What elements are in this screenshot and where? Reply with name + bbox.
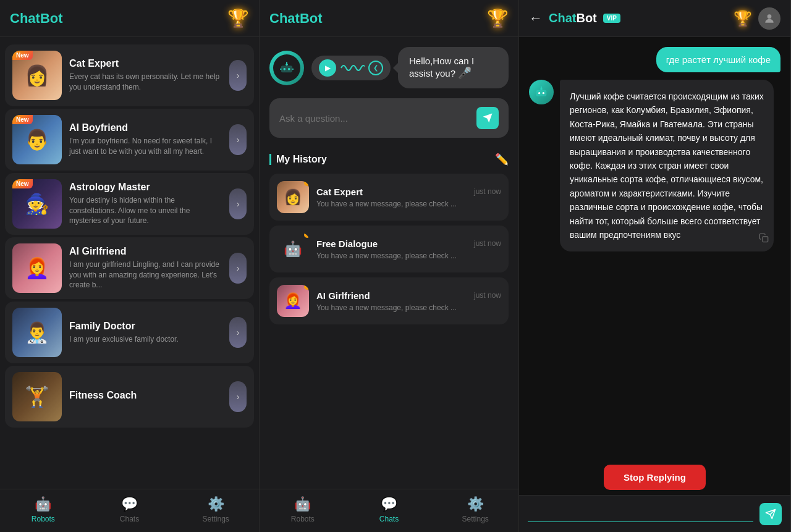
mid-nav-robots[interactable]: 🤖 Robots	[260, 496, 346, 523]
robot-desc-ai-girlfriend: I am your girlfriend Lingling, and I can…	[69, 260, 222, 290]
history-title: My History	[269, 154, 327, 165]
chat-bot-area: ▶ ❮ Hello,How can I assist you? 🎤	[260, 37, 518, 148]
robot-info-astrology-master: Astrology Master Your destiny is hidden …	[69, 182, 222, 226]
robot-arrow-fitness-coach[interactable]: ›	[229, 381, 247, 412]
voice-control[interactable]: ▶ ❮	[311, 56, 391, 80]
svg-rect-9	[763, 237, 768, 242]
robot-avatar-ai-girlfriend: 👩‍🦰	[12, 243, 62, 293]
stop-reply-area: Stop Replying	[519, 460, 790, 495]
robot-desc-astrology-master: Your destiny is hidden within the conste…	[69, 195, 222, 226]
copy-button[interactable]	[759, 233, 769, 247]
right-logo-prefix: Chat	[549, 11, 576, 25]
robot-item-ai-girlfriend[interactable]: 👩‍🦰 AI Girlfriend I am your girlfriend L…	[5, 237, 254, 299]
robot-list: 👩 New Cat Expert Every cat has its own p…	[0, 37, 259, 489]
left-nav-settings[interactable]: ⚙️ Settings	[172, 496, 259, 523]
right-vip-icon: 🏆	[734, 10, 752, 27]
user-message: где растёт лучший кофе	[529, 47, 780, 72]
history-info-cat-expert: Cat Expert just now You have a new messa…	[316, 187, 501, 208]
robot-name-ai-boyfriend: AI Boyfriend	[69, 122, 222, 133]
robot-name-fitness-coach: Fitness Coach	[69, 390, 222, 401]
history-name-row-cat-expert: Cat Expert just now	[316, 187, 501, 197]
history-preview-free-dialogue: You have a new message, please check ...	[316, 251, 501, 260]
ask-input[interactable]	[279, 113, 469, 124]
bot-bubble: Лучший кофе считается происходящим из та…	[560, 80, 774, 251]
greeting-bubble: Hello,How can I assist you? 🎤	[398, 47, 509, 88]
play-btn[interactable]: ▶	[319, 59, 336, 77]
svg-point-3	[286, 63, 288, 65]
svg-point-7	[543, 92, 544, 94]
robot-arrow-family-doctor[interactable]: ›	[229, 317, 247, 348]
robot-arrow-ai-girlfriend[interactable]: ›	[229, 253, 247, 284]
robot-info-family-doctor: Family Doctor I am your exclusive family…	[69, 321, 222, 345]
left-header: ChatBot 🏆	[0, 0, 259, 37]
robot-info-ai-girlfriend: AI Girlfriend I am your girlfriend Lingl…	[69, 246, 222, 290]
robot-name-cat-expert: Cat Expert	[69, 58, 222, 69]
message-input[interactable]	[528, 506, 753, 522]
bottom-input-area[interactable]	[519, 495, 790, 532]
back-button[interactable]: ←	[529, 11, 543, 27]
stop-reply-button[interactable]: Stop Replying	[604, 465, 706, 490]
nav-label-settings: Settings	[203, 515, 229, 523]
pause-btn[interactable]: ❮	[368, 61, 383, 75]
bot-avatar-sm	[529, 80, 554, 104]
ask-input-area[interactable]	[269, 98, 509, 138]
robot-item-fitness-coach[interactable]: 🏋️ Fitness Coach ›	[5, 366, 254, 428]
history-section: My History ✏️ 👩 Cat Expert just now You …	[260, 148, 518, 489]
right-logo: ChatBot	[549, 11, 597, 25]
right-send-button[interactable]	[759, 503, 782, 525]
history-info-ai-girlfriend: AI Girlfriend just now You have a new me…	[316, 290, 501, 312]
left-panel: ChatBot 🏆 👩 New Cat Expert Every cat has…	[0, 0, 260, 532]
history-dot-ai-girlfriend	[304, 285, 309, 290]
user-avatar	[758, 7, 780, 30]
history-avatar-cat-expert: 👩	[277, 181, 309, 213]
mid-nav-settings[interactable]: ⚙️ Settings	[432, 496, 518, 523]
robot-item-astrology-master[interactable]: 🧙 New Astrology Master Your destiny is h…	[5, 173, 254, 235]
right-header: ← ChatBot VIP 🏆	[519, 0, 790, 37]
history-name-row-ai-girlfriend: AI Girlfriend just now	[316, 290, 501, 301]
logo-prefix: Chat	[10, 11, 40, 26]
bot-icon-inner	[273, 54, 300, 82]
mid-vip-badge: 🏆	[486, 7, 509, 30]
mid-header: ChatBot 🏆	[260, 0, 518, 37]
robot-avatar-ai-boyfriend: 👨 New	[12, 115, 62, 164]
history-edit-btn[interactable]: ✏️	[495, 153, 509, 166]
mid-nav-chats[interactable]: 💬 Chats	[346, 496, 433, 523]
robot-item-cat-expert[interactable]: 👩 New Cat Expert Every cat has its own p…	[5, 44, 254, 106]
left-logo: ChatBot	[10, 11, 63, 27]
robot-arrow-cat-expert[interactable]: ›	[229, 60, 247, 91]
chat-messages: где растёт лучший кофе Лучший кофе счита…	[519, 37, 790, 460]
send-button[interactable]	[476, 107, 499, 129]
mid-nav-label-settings: Settings	[462, 515, 489, 523]
history-item-cat-expert[interactable]: 👩 Cat Expert just now You have a new mes…	[269, 174, 509, 221]
robot-item-ai-boyfriend[interactable]: 👨 New AI Boyfriend I'm your boyfriend. N…	[5, 109, 254, 171]
mid-nav-icon-robots: 🤖	[294, 496, 311, 512]
history-name-row-free-dialogue: Free Dialogue just now	[316, 239, 501, 249]
robot-info-ai-boyfriend: AI Boyfriend I'm your boyfriend. No need…	[69, 122, 222, 157]
robot-name-family-doctor: Family Doctor	[69, 321, 222, 332]
mid-nav-icon-settings: ⚙️	[467, 496, 484, 512]
history-avatar-ai-girlfriend: 👩‍🦰	[277, 285, 309, 317]
svg-point-6	[538, 92, 540, 94]
robot-avatar-fitness-coach: 🏋️	[12, 372, 62, 421]
mid-nav-icon-chats: 💬	[381, 496, 397, 512]
robot-info-fitness-coach: Fitness Coach	[69, 390, 222, 403]
greeting-container: ▶ ❮ Hello,How can I assist you? 🎤	[269, 47, 509, 88]
robot-arrow-ai-boyfriend[interactable]: ›	[229, 124, 247, 155]
robot-arrow-astrology-master[interactable]: ›	[229, 188, 247, 219]
history-info-free-dialogue: Free Dialogue just now You have a new me…	[316, 239, 501, 260]
history-item-free-dialogue[interactable]: 🤖 Free Dialogue just now You have a new …	[269, 226, 509, 272]
new-badge: New	[12, 179, 33, 188]
history-dot-free-dialogue	[304, 233, 309, 238]
history-preview-cat-expert: You have a new message, please check ...	[316, 200, 501, 208]
history-time-ai-girlfriend: just now	[474, 291, 501, 300]
nav-label-robots: Robots	[32, 515, 55, 523]
history-name-cat-expert: Cat Expert	[316, 187, 363, 197]
left-nav-chats[interactable]: 💬 Chats	[87, 496, 173, 523]
history-item-ai-girlfriend[interactable]: 👩‍🦰 AI Girlfriend just now You have a ne…	[269, 277, 509, 324]
mid-nav-label-chats: Chats	[379, 515, 399, 523]
left-nav-robots[interactable]: 🤖 Robots	[0, 496, 87, 523]
robot-info-cat-expert: Cat Expert Every cat has its own persona…	[69, 58, 222, 93]
svg-point-2	[288, 68, 290, 70]
history-time-cat-expert: just now	[474, 187, 501, 196]
robot-item-family-doctor[interactable]: 👨‍⚕️ Family Doctor I am your exclusive f…	[5, 302, 254, 363]
